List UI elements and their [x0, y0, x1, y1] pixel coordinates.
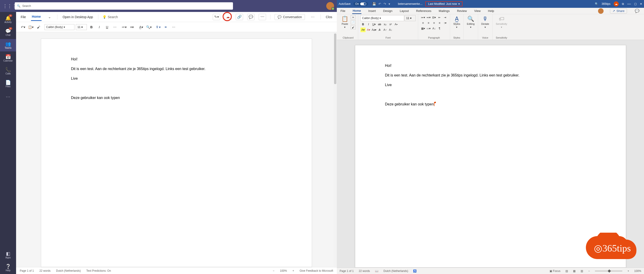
- bold-button[interactable]: B: [88, 24, 95, 30]
- font-size-combo[interactable]: 11 ▾: [404, 15, 416, 21]
- minimize-icon[interactable]: —: [627, 2, 631, 6]
- close-button[interactable]: Clos: [325, 13, 333, 21]
- change-case-button[interactable]: Aa▾: [372, 28, 376, 32]
- numbering-button[interactable]: ≕▾: [426, 15, 431, 20]
- paragraph[interactable]: Dit is een test. Aan de rechterkant zie …: [71, 67, 282, 71]
- paragraph[interactable]: Deze gebruiker kan ook typen: [71, 96, 282, 100]
- underline-button[interactable]: U: [104, 24, 110, 30]
- borders-button[interactable]: ▭▾: [426, 26, 431, 31]
- font-family-combo[interactable]: Calibri (Body) ▾: [360, 15, 404, 21]
- sensitivity-button[interactable]: 🏷 Sensitivity▾: [495, 15, 508, 29]
- account-name[interactable]: 365tips: [602, 2, 610, 6]
- paragraph[interactable]: Hoi!: [385, 64, 596, 68]
- status-predictions[interactable]: Text Predictions: On: [86, 269, 111, 272]
- pen-icon[interactable]: ✎▾: [213, 14, 220, 20]
- rtab-insert[interactable]: Insert: [368, 8, 376, 14]
- rtab-home[interactable]: Home: [352, 8, 362, 14]
- feedback-link[interactable]: Give Feedback to Microsoft: [300, 269, 333, 272]
- rtab-references[interactable]: References: [416, 8, 432, 14]
- zoom-in-button[interactable]: +: [292, 269, 294, 272]
- word-page[interactable]: Hoi! Dit is een test. Aan de rechterkant…: [355, 45, 626, 268]
- italic-button[interactable]: I: [366, 22, 371, 27]
- align-button[interactable]: ≡▾: [129, 24, 135, 30]
- tab-file[interactable]: File: [20, 13, 27, 21]
- undo-button[interactable]: ↶▾: [20, 24, 26, 30]
- italic-button[interactable]: I: [96, 24, 102, 30]
- copy-icon[interactable]: 📄: [350, 20, 356, 24]
- status-language[interactable]: Dutch (Netherlands): [56, 269, 81, 272]
- bullets-button[interactable]: ≔▾: [121, 24, 127, 30]
- coauthor-avatar[interactable]: [598, 8, 604, 14]
- more-icon[interactable]: ⋯: [309, 14, 316, 20]
- open-in-desktop-button[interactable]: Open in Desktop App: [62, 13, 94, 21]
- increase-indent-button[interactable]: ⇥: [442, 15, 448, 20]
- rtab-mailings[interactable]: Mailings: [438, 8, 450, 14]
- print-layout-icon[interactable]: ▦: [573, 270, 576, 272]
- status-language[interactable]: Dutch (Netherlands): [384, 270, 408, 272]
- search-box[interactable]: 🔍 Search: [15, 2, 233, 10]
- zoom-out-button[interactable]: −: [588, 270, 590, 272]
- strike-button[interactable]: ab: [377, 22, 382, 27]
- qat-customize-icon[interactable]: ▾: [388, 2, 390, 6]
- rtab-design[interactable]: Design: [383, 8, 393, 14]
- find-button[interactable]: 🔍▾: [146, 24, 152, 30]
- subscript-button[interactable]: x₂: [382, 22, 388, 27]
- autosave-toggle[interactable]: On: [353, 2, 368, 6]
- redo-icon[interactable]: ↷: [384, 2, 386, 6]
- rail-activity[interactable]: 🔔 Activity 2: [0, 13, 16, 26]
- status-page[interactable]: Page 1 of 1: [20, 269, 34, 272]
- document-page[interactable]: Hoi! Dit is een test. Aan de rechterkant…: [41, 38, 312, 267]
- user-avatar[interactable]: [326, 2, 334, 10]
- rail-chat[interactable]: 💬 Chat 1: [0, 26, 16, 38]
- shading-button[interactable]: ▦▾: [420, 26, 426, 31]
- activity-icon[interactable]: 〰: [259, 14, 266, 20]
- underline-button[interactable]: U▾: [372, 22, 376, 27]
- rail-help[interactable]: ❔ Help: [0, 262, 16, 274]
- status-wordcount[interactable]: 22 words: [359, 270, 370, 272]
- styles-button[interactable]: A̲ Styles▾: [452, 15, 461, 29]
- scrollbar-thumb[interactable]: [334, 34, 336, 84]
- font-color-button[interactable]: A▾: [366, 28, 371, 32]
- rail-calls[interactable]: 📞 Calls: [0, 65, 16, 77]
- scrollbar[interactable]: [334, 32, 337, 267]
- zoom-slider[interactable]: [595, 270, 622, 272]
- justify-button[interactable]: ≡: [437, 21, 442, 25]
- decrease-indent-button[interactable]: ⇤: [437, 15, 442, 20]
- zoom-in-button[interactable]: +: [628, 270, 629, 272]
- grow-font-button[interactable]: A↑: [382, 28, 388, 32]
- paste-button[interactable]: 📋 Paste ▾: [340, 15, 349, 29]
- line-spacing-button[interactable]: ↕▾: [442, 21, 448, 25]
- rail-calendar[interactable]: 📅 Calendar: [0, 52, 16, 64]
- format-painter-icon[interactable]: 🖌: [350, 25, 356, 30]
- multilevel-button[interactable]: ⊟▾: [432, 15, 436, 20]
- search-icon[interactable]: 🔍: [595, 2, 598, 6]
- paragraph[interactable]: Dit is een test. Aan de rechterkant zie …: [385, 73, 596, 78]
- font-family-combo[interactable]: Calibri (Body) ▾: [44, 24, 74, 30]
- web-layout-icon[interactable]: ▥: [580, 270, 583, 272]
- slider-knob-icon[interactable]: [608, 269, 611, 272]
- clear-formatting-button[interactable]: A̷: [377, 28, 382, 32]
- comments-pane-icon[interactable]: 💬: [634, 8, 641, 14]
- more-icon[interactable]: ⋯: [170, 24, 177, 30]
- zoom-level[interactable]: 100%: [634, 270, 641, 272]
- align-left-button[interactable]: ≡: [420, 21, 426, 25]
- rtab-view[interactable]: View: [474, 8, 481, 14]
- rtab-help[interactable]: Help: [488, 8, 495, 14]
- rail-more[interactable]: ⋯: [0, 90, 16, 103]
- more-font-icon[interactable]: ⋯: [112, 24, 118, 30]
- tab-home[interactable]: Home: [31, 13, 42, 21]
- paragraph[interactable]: Live: [385, 83, 596, 87]
- status-wordcount[interactable]: 22 words: [39, 269, 50, 272]
- editor-button[interactable]: ✒: [163, 24, 169, 30]
- search-button[interactable]: 💡 Search: [102, 15, 118, 19]
- cut-icon[interactable]: ✂: [350, 15, 356, 19]
- show-marks-button[interactable]: ¶: [437, 26, 442, 31]
- align-center-button[interactable]: ≡: [426, 21, 431, 25]
- superscript-button[interactable]: x²: [388, 22, 393, 27]
- undo-icon[interactable]: ↶: [378, 2, 381, 6]
- comment-icon[interactable]: 💬: [247, 14, 254, 20]
- maximize-icon[interactable]: ▢: [634, 2, 637, 6]
- link-icon[interactable]: 🔗: [236, 14, 243, 20]
- align-right-button[interactable]: ≡: [432, 21, 436, 25]
- focus-mode-button[interactable]: ▣ Focus: [550, 270, 560, 272]
